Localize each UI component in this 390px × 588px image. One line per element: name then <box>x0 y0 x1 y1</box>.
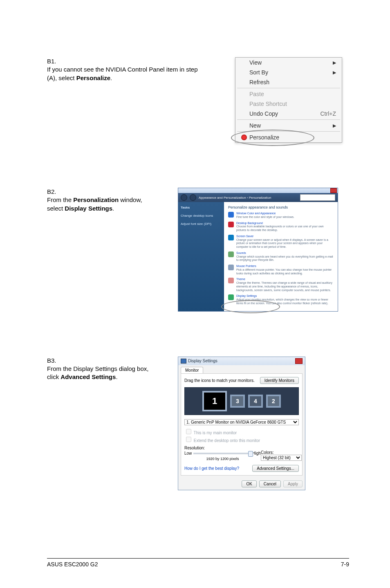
monitor-2[interactable]: 2 <box>266 395 281 408</box>
e7-title: Display Settings <box>236 294 334 298</box>
chk-main-label: This is my main monitor <box>194 431 237 435</box>
entry-sounds[interactable]: SoundsChange which sounds are heard when… <box>228 251 334 262</box>
drag-instruction: Drag the icons to match your monitors. <box>184 378 255 383</box>
ctx-paste-label: Paste <box>249 91 264 97</box>
b1-pre: If you cannot see the NVIDIA Control Pan… <box>47 66 198 81</box>
b2-post: . <box>112 205 114 212</box>
ok-button[interactable]: OK <box>242 480 256 487</box>
separator <box>237 119 340 120</box>
identify-monitors-button[interactable]: Identify Monitors <box>260 377 299 384</box>
theme-icon <box>228 278 234 283</box>
ctx-undo-copy[interactable]: Undo CopyCtrl+Z <box>235 109 342 119</box>
window-color-icon <box>228 212 234 218</box>
step-b2-num: B2. <box>47 188 63 196</box>
colors-select[interactable]: Highest (32 bit) <box>261 455 302 461</box>
sidebar: Tasks Change desktop icons Adjust font s… <box>178 202 224 311</box>
ctx-view[interactable]: View▶ <box>235 58 342 67</box>
monitor-arrangement[interactable]: 1 3 4 2 <box>184 387 299 415</box>
display-settings-icon <box>228 294 234 300</box>
close-icon[interactable] <box>295 358 303 364</box>
apply-button[interactable]: Apply <box>283 480 303 487</box>
nav-back-icon[interactable] <box>181 194 187 201</box>
breadcrumb[interactable]: Appearance and Personalization › Persona… <box>199 196 298 200</box>
resolution-label: Resolution: <box>184 446 261 450</box>
e5-desc: Pick a different mouse pointer. You can … <box>236 268 334 276</box>
ctx-paste-shortcut-label: Paste Shortcut <box>249 101 287 107</box>
ctx-sortby[interactable]: Sort By▶ <box>235 67 342 77</box>
sounds-icon <box>228 251 234 257</box>
entry-mouse-pointers[interactable]: Mouse PointersPick a different mouse poi… <box>228 265 334 275</box>
help-link[interactable]: How do I get the best display? <box>184 466 239 471</box>
e3-desc: Change your screen saver or adjust when … <box>236 238 334 249</box>
display-icon <box>181 359 186 364</box>
chk-extend-desktop-input <box>186 437 191 442</box>
monitor-3[interactable]: 3 <box>230 395 245 408</box>
footer-model: ASUS ESC2000 G2 <box>47 561 98 568</box>
submenu-arrow-icon: ▶ <box>333 123 336 128</box>
ctx-refresh-label: Refresh <box>249 79 269 85</box>
separator <box>237 88 340 88</box>
b3-bold: Advanced Settings <box>61 373 116 380</box>
personalization-window: Appearance and Personalization › Persona… <box>178 188 338 312</box>
e2-title: Desktop Background <box>236 222 334 225</box>
advanced-settings-button[interactable]: Advanced Settings... <box>252 465 299 472</box>
resolution-slider[interactable] <box>193 453 251 454</box>
monitor-1[interactable]: 1 <box>202 391 227 411</box>
sidebar-item-font-size[interactable]: Adjust font size (DPI) <box>181 222 222 227</box>
e3-title: Screen Saver <box>236 235 334 238</box>
entry-display-settings[interactable]: Display SettingsAdjust your monitor reso… <box>228 294 334 305</box>
e1-title: Window Color and Appearance <box>236 212 294 215</box>
ctx-paste: Paste <box>235 89 342 99</box>
ctx-undo-copy-label: Undo Copy <box>249 110 278 117</box>
slider-high-label: High <box>252 451 261 456</box>
tab-monitor[interactable]: Monitor <box>181 367 203 373</box>
b1-post: . <box>110 74 112 81</box>
separator <box>237 131 340 132</box>
ctx-personalize[interactable]: Personalize <box>235 132 342 142</box>
e4-desc: Change which sounds are heard when you d… <box>236 255 334 263</box>
close-icon[interactable] <box>330 188 337 193</box>
ctx-undo-copy-accel: Ctrl+Z <box>321 110 336 117</box>
page-footer: ASUS ESC2000 G2 7-9 <box>47 558 349 568</box>
entry-desktop-background[interactable]: Desktop BackgroundChoose from available … <box>228 222 334 232</box>
cancel-button[interactable]: Cancel <box>259 480 281 487</box>
dialog-title: Display Settings <box>188 359 217 363</box>
chk-main-monitor: This is my main monitor <box>184 431 237 435</box>
chk-main-monitor-input <box>186 429 191 434</box>
e1-desc: Fine tune the color and style of your wi… <box>236 215 294 219</box>
e4-title: Sounds <box>236 251 334 255</box>
desktop-bg-icon <box>228 222 234 227</box>
window-titlebar <box>178 188 338 193</box>
e5-title: Mouse Pointers <box>236 265 334 268</box>
colors-label: Colors: <box>261 450 302 455</box>
monitor-select[interactable]: 1. Generic PnP Monitor on NVIDIA GeForce… <box>184 419 299 425</box>
ctx-refresh[interactable]: Refresh <box>235 77 342 87</box>
ctx-new-label: New <box>249 122 261 129</box>
display-settings-dialog: Display Settings Monitor Drag the icons … <box>178 357 305 490</box>
window-navbar: Appearance and Personalization › Persona… <box>178 193 338 202</box>
b2-pre: From the <box>47 196 73 203</box>
step-b3-text: From the Display Settings dialog box, cl… <box>47 365 152 382</box>
ctx-new[interactable]: New▶ <box>235 121 342 130</box>
e2-desc: Choose from available backgrounds or col… <box>236 225 334 232</box>
nav-forward-icon[interactable] <box>190 194 196 201</box>
ctx-personalize-label: Personalize <box>249 134 279 141</box>
entry-screen-saver[interactable]: Screen SaverChange your screen saver or … <box>228 235 334 249</box>
screensaver-icon <box>228 235 234 240</box>
tabs: Monitor <box>178 365 305 373</box>
step-b2-text: From the Personalization window, select … <box>47 196 152 213</box>
personalize-icon <box>241 135 247 140</box>
entry-theme[interactable]: ThemeChange the theme. Themes can change… <box>228 278 334 292</box>
sidebar-item-desktop-icons[interactable]: Change desktop icons <box>181 213 222 218</box>
panel-header: Personalize appearance and sounds <box>228 205 334 209</box>
submenu-arrow-icon: ▶ <box>333 70 336 75</box>
step-b1-num: B1. <box>47 57 63 65</box>
b2-bold1: Personalization <box>73 196 119 203</box>
slider-thumb[interactable] <box>248 451 253 457</box>
ctx-sortby-label: Sort By <box>249 69 268 76</box>
submenu-arrow-icon: ▶ <box>333 60 336 65</box>
entry-window-color[interactable]: Window Color and AppearanceFine tune the… <box>228 212 334 219</box>
resolution-value: 1920 by 1200 pixels <box>184 457 261 461</box>
monitor-4[interactable]: 4 <box>248 395 263 408</box>
search-input[interactable] <box>300 194 335 201</box>
